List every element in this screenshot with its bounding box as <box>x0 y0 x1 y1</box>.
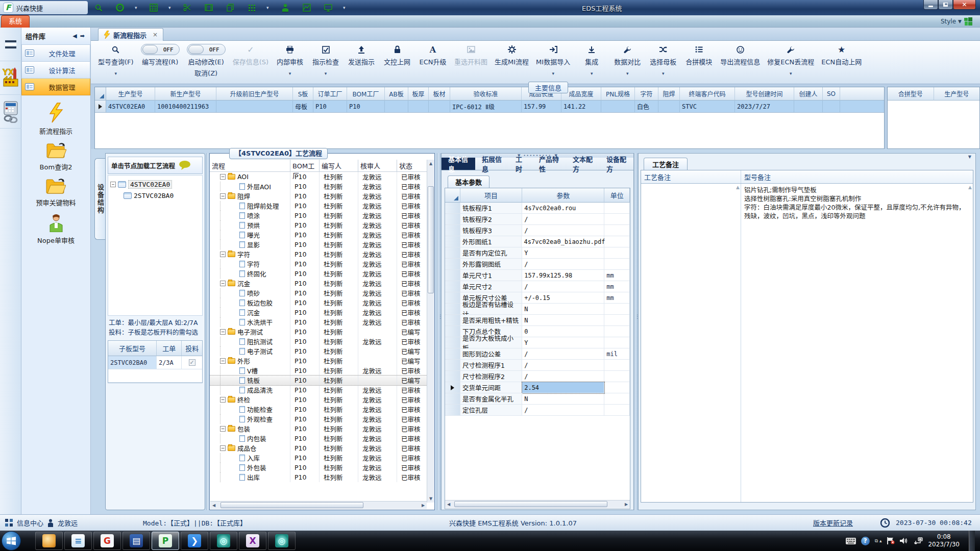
toolbar-button-15[interactable]: 合拼模块 <box>684 44 713 77</box>
tab-close-icon[interactable]: × <box>153 31 158 38</box>
param-value[interactable]: N <box>522 315 604 326</box>
toggle-switch[interactable]: OFF <box>187 44 226 55</box>
main-col-13[interactable]: 字符 <box>635 87 658 101</box>
info-tab-1[interactable]: 拓展信息 <box>475 158 509 170</box>
sidebar-item-0[interactable]: 新流程指示 <box>39 103 72 136</box>
taskbar-app-shell[interactable] <box>35 532 63 550</box>
param-value[interactable]: / <box>522 360 604 371</box>
toolbar-button-13[interactable]: 数据对比▾ <box>613 44 642 77</box>
toolbar-button-18[interactable]: ★ECN自动上网 <box>821 44 862 77</box>
toolbar-button-17[interactable]: 修复ECN丢流程▾ <box>767 44 814 77</box>
toolbar-button-10[interactable]: 生成MI流程 <box>495 44 529 77</box>
process-row-28[interactable]: −成品仓P10杜列新龙敦远已审核 <box>210 443 434 453</box>
row-header[interactable] <box>445 304 460 315</box>
network-icon[interactable] <box>914 537 923 544</box>
collapse-box-icon[interactable]: − <box>220 281 226 286</box>
process-row-8[interactable]: −字符P10杜列新龙敦远已审核 <box>210 249 434 259</box>
main-cell-10[interactable]: 157.99 <box>522 101 561 112</box>
show-desktop-button[interactable] <box>969 531 975 551</box>
process-row-2[interactable]: −阻焊P10杜列新龙敦远已审核 <box>210 191 434 201</box>
process-row-31[interactable]: 出库P10杜列新龙敦远已审核 <box>210 472 434 482</box>
row-header[interactable] <box>445 259 460 270</box>
scissors-icon[interactable] <box>181 2 194 14</box>
col-feed[interactable]: 投料 <box>182 341 202 356</box>
row-header[interactable] <box>445 292 460 304</box>
info-tab-0[interactable]: 基本信息 <box>442 158 475 170</box>
param-value[interactable]: N <box>522 393 604 405</box>
chevron-down-icon[interactable]: ▾ <box>266 5 271 10</box>
param-row-3[interactable]: 外形图纸14s7vc02ea0_biaozhu.pdf <box>445 236 630 247</box>
main-cell-15[interactable]: STVC <box>680 101 735 112</box>
main-cell-2[interactable] <box>216 101 293 112</box>
toolbar-button-4[interactable]: 内部审核▾ <box>276 44 304 77</box>
main-cell-12[interactable] <box>601 101 635 112</box>
style-selector[interactable]: Style ▼ <box>941 17 973 26</box>
param-row-1[interactable]: 铣板程序2/ <box>445 214 630 225</box>
toolbar-button-1[interactable]: OFF编写流程(R) <box>141 44 180 77</box>
tab-device-structure[interactable]: 设备结构 <box>94 158 106 240</box>
process-row-30[interactable]: 外包装P10杜列新龙敦远已审核 <box>210 463 434 472</box>
scroll-down-icon[interactable]: ▼ <box>427 495 434 503</box>
param-row-10[interactable]: 是否采用粗铣+精铣N <box>445 315 630 326</box>
info-tab-4[interactable]: 文本配方 <box>566 158 600 170</box>
param-value[interactable]: / <box>522 214 604 225</box>
param-row-17[interactable]: 是否有金属化半孔N <box>445 393 630 405</box>
param-value[interactable]: +/-0.15 <box>522 292 604 304</box>
main-cell-17[interactable] <box>794 101 823 112</box>
param-value[interactable]: 2.54 <box>522 382 604 393</box>
col-work-order[interactable]: 工单 <box>157 341 182 356</box>
proc-col-0[interactable]: 流程 <box>210 160 290 171</box>
main-cell-18[interactable] <box>823 101 840 112</box>
param-value[interactable]: / <box>522 259 604 270</box>
param-row-12[interactable]: 是否为大板铣成小板Y <box>445 337 630 348</box>
main-col-2[interactable]: 升级前旧生产型号 <box>216 87 293 101</box>
param-row-4[interactable]: 是否有内定位孔Y <box>445 247 630 259</box>
process-row-19[interactable]: −外形P10杜列新已编写 <box>210 356 434 366</box>
system-tab[interactable]: 系统 <box>1 15 30 28</box>
process-row-14[interactable]: 沉金P10杜列新龙敦远已审核 <box>210 308 434 317</box>
taskbar-app-bird[interactable]: ❯ <box>181 532 208 550</box>
process-row-21[interactable]: 铣板P10杜列新已编写 <box>210 375 434 385</box>
main-cell-13[interactable]: 白色 <box>635 101 658 112</box>
main-cell-4[interactable]: P10 <box>313 101 347 112</box>
sidebar-group-2[interactable]: 数据管理 <box>21 79 90 95</box>
info-tab-5[interactable]: 设备配方 <box>600 158 633 170</box>
process-row-7[interactable]: 显影P10杜列新龙敦远已审核 <box>210 240 434 249</box>
taskbar-app-cd2[interactable]: ◎ <box>268 532 296 550</box>
row-header[interactable] <box>445 371 460 382</box>
process-row-13[interactable]: 板边包胶P10杜列新龙敦远已审核 <box>210 298 434 308</box>
chevron-down-icon[interactable]: ▾ <box>343 5 347 10</box>
process-horizontal-scrollbar[interactable]: ◀ ▶ <box>210 501 427 509</box>
process-row-15[interactable]: 水洗烘干P10杜列新龙敦远已审核 <box>210 317 434 327</box>
process-row-23[interactable]: −终检P10杜列新龙敦远已审核 <box>210 395 434 405</box>
process-row-20[interactable]: V槽P10杜列新龙敦远已审核 <box>210 366 434 375</box>
film-icon[interactable] <box>202 2 215 14</box>
proc-col-1[interactable]: BOM工厂 <box>290 160 320 171</box>
params-col-1[interactable]: 参数 <box>522 188 604 203</box>
collapse-box-icon[interactable]: − <box>220 193 226 199</box>
param-row-9[interactable]: 板边是否有钻槽设计N <box>445 304 630 315</box>
row-header[interactable] <box>445 214 460 225</box>
main-col-18[interactable]: SO <box>823 87 840 101</box>
main-cell-11[interactable]: 141.22 <box>561 101 601 112</box>
param-value[interactable]: Y <box>522 337 604 348</box>
param-row-13[interactable]: 图形到边公差/mil <box>445 348 630 360</box>
process-row-18[interactable]: 电子测试P10杜列新已编写 <box>210 346 434 356</box>
collapse-icon[interactable]: ▼ <box>968 155 971 159</box>
collapse-box-icon[interactable]: − <box>220 358 226 364</box>
process-row-11[interactable]: −沉金P10杜列新龙敦远已审核 <box>210 279 434 288</box>
feed-checkbox[interactable]: ✓ <box>189 359 195 366</box>
table-icon[interactable] <box>147 2 160 14</box>
row-header[interactable] <box>445 225 460 236</box>
row-header[interactable] <box>445 348 460 360</box>
process-row-0[interactable]: −AOIP10杜列新龙敦远已审核 <box>210 172 434 182</box>
param-row-2[interactable]: 铣板程序3/ <box>445 225 630 236</box>
chevron-down-icon[interactable]: ▾ <box>552 71 554 77</box>
param-value[interactable]: / <box>522 405 604 416</box>
collapse-box-icon[interactable]: − <box>220 329 226 335</box>
sidebar-item-2[interactable]: 预审关键物料 <box>36 178 76 207</box>
toolbar-button-5[interactable]: 指示检查▾ <box>311 44 340 77</box>
process-row-17[interactable]: 阻抗测试P10杜列新龙敦远已审核 <box>210 337 434 346</box>
main-col-3[interactable]: S板 <box>293 87 313 101</box>
param-row-7[interactable]: 单元尺寸2/mm <box>445 281 630 292</box>
